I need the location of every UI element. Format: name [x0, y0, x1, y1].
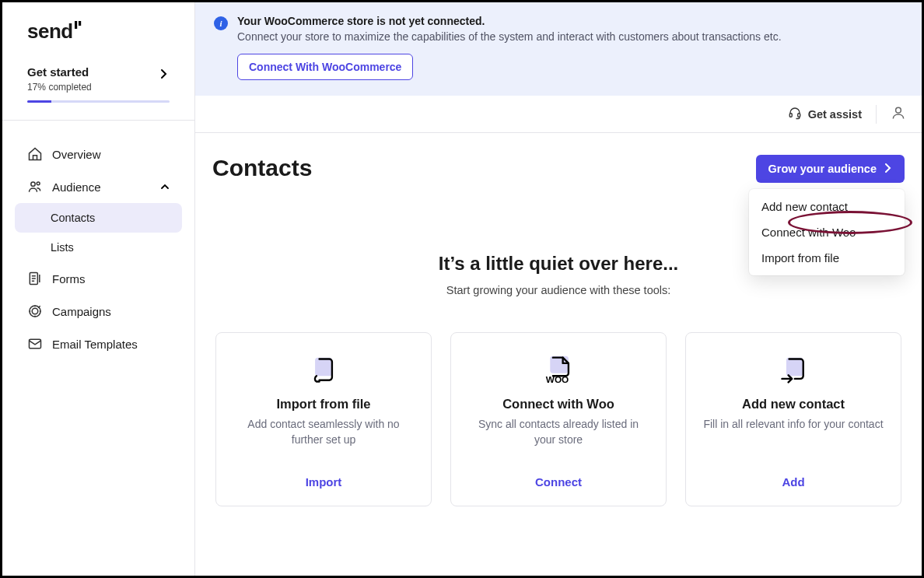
card-connect-action[interactable]: Connect	[535, 475, 582, 489]
woocommerce-banner: i Your WooCommerce store is not yet conn…	[195, 2, 922, 96]
campaigns-icon	[27, 303, 43, 319]
get-started-title: Get started	[27, 65, 170, 79]
sidebar: send Get started 17% completed	[2, 2, 195, 576]
card-connect-woo: WOO Connect with Woo Sync all contacts a…	[450, 332, 667, 506]
sidebar-item-audience[interactable]: Audience	[15, 170, 182, 203]
card-title: Connect with Woo	[502, 397, 614, 412]
add-contact-file-icon	[778, 355, 809, 386]
sidebar-item-label: Overview	[52, 148, 101, 161]
sidebar-item-label: Email Templates	[52, 338, 138, 351]
app-frame: send Get started 17% completed	[0, 0, 924, 578]
chevron-right-icon	[884, 163, 892, 175]
divider	[876, 105, 877, 124]
chevron-up-icon	[160, 180, 170, 194]
card-import-action[interactable]: Import	[306, 475, 342, 489]
svg-text:WOO: WOO	[546, 374, 569, 385]
svg-rect-0	[75, 21, 77, 29]
sidebar-item-contacts[interactable]: Contacts	[15, 203, 182, 233]
sidebar-item-lists[interactable]: Lists	[15, 233, 182, 262]
card-add-contact: Add new contact Fill in all relevant inf…	[685, 332, 901, 506]
sidebar-item-email-templates[interactable]: Email Templates	[15, 328, 182, 360]
tool-cards: Import from file Add contact seamlessly …	[212, 332, 905, 506]
home-icon	[27, 146, 43, 162]
main-area: i Your WooCommerce store is not yet conn…	[195, 2, 922, 576]
page-title: Contacts	[212, 155, 312, 181]
svg-rect-9	[797, 114, 800, 117]
svg-rect-1	[79, 21, 81, 26]
get-assist-label: Get assist	[808, 108, 862, 121]
file-import-icon	[308, 355, 339, 386]
svg-point-3	[37, 182, 40, 185]
progress-fill	[27, 100, 51, 103]
email-icon	[27, 336, 43, 352]
svg-point-6	[32, 308, 38, 314]
grow-audience-label: Grow your audience	[768, 163, 877, 175]
banner-description: Connect your store to maximize the capab…	[237, 30, 903, 43]
card-title: Import from file	[276, 397, 370, 412]
get-started-progress-label: 17% completed	[27, 82, 170, 93]
sidebar-item-label: Lists	[51, 241, 74, 254]
card-import-from-file: Import from file Add contact seamlessly …	[215, 332, 432, 506]
chevron-right-icon	[160, 68, 168, 82]
svg-point-2	[31, 182, 35, 186]
sidebar-item-label: Forms	[52, 272, 86, 285]
sidebar-nav: Overview Audience Contacts Lists	[2, 121, 194, 360]
logo-mark-icon	[75, 21, 84, 32]
connect-woocommerce-button[interactable]: Connect With WooCommerce	[237, 54, 413, 80]
dropdown-item-connect-woo[interactable]: Connect with Woo	[749, 219, 905, 245]
get-started-panel[interactable]: Get started 17% completed	[2, 51, 194, 121]
sidebar-item-forms[interactable]: Forms	[15, 262, 182, 295]
progress-bar	[27, 100, 170, 103]
logo: send	[2, 2, 194, 51]
card-add-action[interactable]: Add	[782, 475, 804, 489]
svg-point-10	[896, 107, 901, 113]
card-title: Add new contact	[742, 397, 845, 412]
topbar: Get assist	[195, 96, 922, 133]
page-content: Contacts Grow your audience Add new cont…	[195, 133, 922, 506]
dropdown-item-add-contact[interactable]: Add new contact	[749, 194, 905, 219]
dropdown-item-import-file[interactable]: Import from file	[749, 245, 905, 271]
card-description: Sync all contacts already listed in your…	[468, 416, 649, 449]
page-header: Contacts Grow your audience	[212, 155, 905, 183]
headset-icon	[788, 106, 802, 122]
profile-button[interactable]	[891, 105, 906, 124]
banner-body: Your WooCommerce store is not yet connec…	[237, 15, 903, 80]
info-icon: i	[214, 16, 228, 30]
svg-rect-12	[550, 356, 569, 373]
woo-file-icon: WOO	[543, 355, 574, 386]
empty-subtitle: Start growing your audience with these t…	[212, 284, 905, 296]
card-description: Fill in all relevant info for your conta…	[703, 416, 883, 449]
user-icon	[891, 110, 906, 123]
banner-title: Your WooCommerce store is not yet connec…	[237, 15, 903, 27]
sidebar-item-overview[interactable]: Overview	[15, 138, 182, 170]
grow-audience-dropdown: Add new contact Connect with Woo Import …	[749, 189, 905, 275]
sidebar-item-label: Campaigns	[52, 305, 111, 318]
svg-rect-8	[789, 114, 792, 117]
get-assist-button[interactable]: Get assist	[788, 106, 862, 122]
sidebar-item-label: Contacts	[51, 212, 95, 224]
logo-text: send	[27, 19, 73, 44]
svg-rect-14	[786, 358, 803, 377]
sidebar-item-label: Audience	[52, 180, 101, 194]
forms-icon	[27, 271, 43, 286]
sidebar-item-campaigns[interactable]: Campaigns	[15, 295, 182, 328]
svg-rect-11	[315, 358, 332, 377]
card-description: Add contact seamlessly with no further s…	[233, 416, 414, 449]
audience-icon	[27, 179, 43, 194]
grow-audience-button[interactable]: Grow your audience	[756, 155, 905, 183]
